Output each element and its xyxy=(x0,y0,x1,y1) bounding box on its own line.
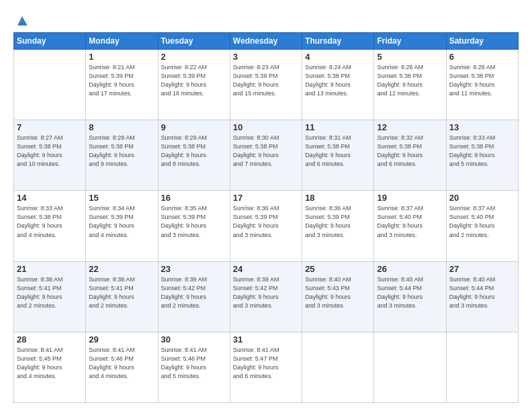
weekday-header-monday: Monday xyxy=(86,33,158,50)
calendar-week-1: 1Sunrise: 8:21 AM Sunset: 5:39 PM Daylig… xyxy=(14,50,519,120)
calendar-cell: 27Sunrise: 8:40 AM Sunset: 5:44 PM Dayli… xyxy=(446,261,518,332)
day-info: Sunrise: 8:38 AM Sunset: 5:41 PM Dayligh… xyxy=(89,275,154,310)
day-number: 31 xyxy=(233,334,299,345)
calendar-cell xyxy=(374,332,446,402)
calendar-cell: 22Sunrise: 8:38 AM Sunset: 5:41 PM Dayli… xyxy=(86,261,158,332)
calendar-cell: 19Sunrise: 8:37 AM Sunset: 5:40 PM Dayli… xyxy=(374,191,446,261)
day-info: Sunrise: 8:26 AM Sunset: 5:38 PM Dayligh… xyxy=(377,63,443,98)
day-info: Sunrise: 8:39 AM Sunset: 5:42 PM Dayligh… xyxy=(161,275,227,310)
day-number: 27 xyxy=(449,264,515,274)
calendar-week-4: 21Sunrise: 8:38 AM Sunset: 5:41 PM Dayli… xyxy=(14,261,519,332)
calendar-cell: 9Sunrise: 8:29 AM Sunset: 5:38 PM Daylig… xyxy=(158,120,230,191)
day-number: 11 xyxy=(305,122,371,132)
day-info: Sunrise: 8:36 AM Sunset: 5:39 PM Dayligh… xyxy=(305,204,371,239)
day-number: 22 xyxy=(89,264,154,274)
day-info: Sunrise: 8:37 AM Sunset: 5:40 PM Dayligh… xyxy=(449,204,515,239)
day-number: 3 xyxy=(233,52,299,62)
calendar-cell: 8Sunrise: 8:28 AM Sunset: 5:38 PM Daylig… xyxy=(86,120,158,191)
calendar-cell: 29Sunrise: 8:41 AM Sunset: 5:46 PM Dayli… xyxy=(86,332,158,402)
day-number: 17 xyxy=(233,193,299,203)
calendar-cell xyxy=(14,50,86,120)
day-info: Sunrise: 8:38 AM Sunset: 5:41 PM Dayligh… xyxy=(17,275,83,310)
day-info: Sunrise: 8:27 AM Sunset: 5:38 PM Dayligh… xyxy=(17,134,83,169)
day-info: Sunrise: 8:33 AM Sunset: 5:38 PM Dayligh… xyxy=(17,204,83,239)
day-number: 16 xyxy=(161,193,227,203)
calendar-cell: 2Sunrise: 8:22 AM Sunset: 5:39 PM Daylig… xyxy=(158,50,230,120)
weekday-header-wednesday: Wednesday xyxy=(230,33,302,50)
calendar-cell: 6Sunrise: 8:26 AM Sunset: 5:38 PM Daylig… xyxy=(446,50,518,120)
day-info: Sunrise: 8:41 AM Sunset: 5:47 PM Dayligh… xyxy=(233,346,299,381)
day-number: 9 xyxy=(161,122,227,132)
calendar-cell: 28Sunrise: 8:41 AM Sunset: 5:45 PM Dayli… xyxy=(14,332,86,402)
calendar-cell: 25Sunrise: 8:40 AM Sunset: 5:43 PM Dayli… xyxy=(302,261,374,332)
day-number: 21 xyxy=(17,264,83,274)
calendar-cell: 5Sunrise: 8:26 AM Sunset: 5:38 PM Daylig… xyxy=(374,50,446,120)
day-number: 20 xyxy=(449,193,515,203)
calendar-cell: 10Sunrise: 8:30 AM Sunset: 5:38 PM Dayli… xyxy=(230,120,302,191)
day-info: Sunrise: 8:41 AM Sunset: 5:46 PM Dayligh… xyxy=(89,346,154,381)
day-number: 6 xyxy=(449,52,515,62)
calendar-cell: 11Sunrise: 8:31 AM Sunset: 5:38 PM Dayli… xyxy=(302,120,374,191)
day-number: 14 xyxy=(17,193,83,203)
calendar-cell: 30Sunrise: 8:41 AM Sunset: 5:46 PM Dayli… xyxy=(158,332,230,402)
day-info: Sunrise: 8:28 AM Sunset: 5:38 PM Dayligh… xyxy=(89,134,154,169)
day-number: 12 xyxy=(377,122,443,132)
day-number: 29 xyxy=(89,334,154,345)
day-number: 8 xyxy=(89,122,154,132)
weekday-header-friday: Friday xyxy=(374,33,446,50)
day-number: 23 xyxy=(161,264,227,274)
weekday-header-tuesday: Tuesday xyxy=(158,33,230,50)
calendar-cell: 23Sunrise: 8:39 AM Sunset: 5:42 PM Dayli… xyxy=(158,261,230,332)
day-number: 30 xyxy=(161,334,227,345)
day-number: 4 xyxy=(305,52,371,62)
calendar-cell: 16Sunrise: 8:35 AM Sunset: 5:39 PM Dayli… xyxy=(158,191,230,261)
day-number: 13 xyxy=(449,122,515,132)
day-info: Sunrise: 8:34 AM Sunset: 5:39 PM Dayligh… xyxy=(89,204,154,239)
calendar-cell: 13Sunrise: 8:33 AM Sunset: 5:38 PM Dayli… xyxy=(446,120,518,191)
calendar-week-2: 7Sunrise: 8:27 AM Sunset: 5:38 PM Daylig… xyxy=(14,120,519,191)
calendar-cell: 12Sunrise: 8:32 AM Sunset: 5:38 PM Dayli… xyxy=(374,120,446,191)
day-info: Sunrise: 8:33 AM Sunset: 5:38 PM Dayligh… xyxy=(449,134,515,169)
day-number: 5 xyxy=(377,52,443,62)
day-info: Sunrise: 8:37 AM Sunset: 5:40 PM Dayligh… xyxy=(377,204,443,239)
calendar-table: SundayMondayTuesdayWednesdayThursdayFrid… xyxy=(13,32,519,403)
calendar-cell: 14Sunrise: 8:33 AM Sunset: 5:38 PM Dayli… xyxy=(14,191,86,261)
day-number: 7 xyxy=(17,122,83,132)
day-info: Sunrise: 8:41 AM Sunset: 5:45 PM Dayligh… xyxy=(17,346,83,381)
day-info: Sunrise: 8:21 AM Sunset: 5:39 PM Dayligh… xyxy=(89,63,154,98)
day-info: Sunrise: 8:40 AM Sunset: 5:44 PM Dayligh… xyxy=(377,275,443,310)
day-info: Sunrise: 8:31 AM Sunset: 5:38 PM Dayligh… xyxy=(305,134,371,169)
calendar-cell: 15Sunrise: 8:34 AM Sunset: 5:39 PM Dayli… xyxy=(86,191,158,261)
day-number: 19 xyxy=(377,193,443,203)
day-info: Sunrise: 8:40 AM Sunset: 5:43 PM Dayligh… xyxy=(305,275,371,310)
day-info: Sunrise: 8:35 AM Sunset: 5:39 PM Dayligh… xyxy=(161,204,227,239)
day-number: 10 xyxy=(233,122,299,132)
calendar-week-5: 28Sunrise: 8:41 AM Sunset: 5:45 PM Dayli… xyxy=(14,332,519,402)
calendar-week-3: 14Sunrise: 8:33 AM Sunset: 5:38 PM Dayli… xyxy=(14,191,519,261)
header xyxy=(13,11,519,26)
page: SundayMondayTuesdayWednesdayThursdayFrid… xyxy=(0,0,532,411)
day-number: 15 xyxy=(89,193,154,203)
day-number: 24 xyxy=(233,264,299,274)
day-info: Sunrise: 8:23 AM Sunset: 5:39 PM Dayligh… xyxy=(233,63,299,98)
day-number: 28 xyxy=(17,334,83,345)
day-info: Sunrise: 8:41 AM Sunset: 5:46 PM Dayligh… xyxy=(161,346,227,381)
calendar-cell xyxy=(302,332,374,402)
calendar-cell: 26Sunrise: 8:40 AM Sunset: 5:44 PM Dayli… xyxy=(374,261,446,332)
calendar-cell: 1Sunrise: 8:21 AM Sunset: 5:39 PM Daylig… xyxy=(86,50,158,120)
day-info: Sunrise: 8:30 AM Sunset: 5:38 PM Dayligh… xyxy=(233,134,299,169)
day-info: Sunrise: 8:40 AM Sunset: 5:44 PM Dayligh… xyxy=(449,275,515,310)
weekday-header-row: SundayMondayTuesdayWednesdayThursdayFrid… xyxy=(14,33,519,50)
day-number: 2 xyxy=(161,52,227,62)
weekday-header-saturday: Saturday xyxy=(446,33,518,50)
day-number: 1 xyxy=(89,52,154,62)
logo xyxy=(13,13,30,26)
calendar-cell: 31Sunrise: 8:41 AM Sunset: 5:47 PM Dayli… xyxy=(230,332,302,402)
day-info: Sunrise: 8:26 AM Sunset: 5:38 PM Dayligh… xyxy=(449,63,515,98)
day-info: Sunrise: 8:32 AM Sunset: 5:38 PM Dayligh… xyxy=(377,134,443,169)
calendar-cell: 4Sunrise: 8:24 AM Sunset: 5:38 PM Daylig… xyxy=(302,50,374,120)
calendar-cell: 20Sunrise: 8:37 AM Sunset: 5:40 PM Dayli… xyxy=(446,191,518,261)
calendar-cell: 24Sunrise: 8:39 AM Sunset: 5:42 PM Dayli… xyxy=(230,261,302,332)
day-info: Sunrise: 8:39 AM Sunset: 5:42 PM Dayligh… xyxy=(233,275,299,310)
day-number: 18 xyxy=(305,193,371,203)
